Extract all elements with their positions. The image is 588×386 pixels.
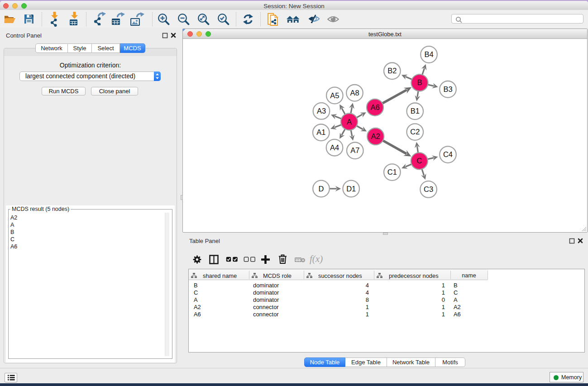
svg-text:A8: A8 xyxy=(350,89,359,97)
svg-text:C1: C1 xyxy=(387,168,397,176)
svg-text:A2: A2 xyxy=(371,132,380,140)
svg-text:B3: B3 xyxy=(443,85,452,93)
svg-text:D: D xyxy=(319,185,324,193)
svg-text:C3: C3 xyxy=(424,185,433,193)
svg-text:B: B xyxy=(417,78,422,86)
svg-text:B1: B1 xyxy=(411,107,420,115)
svg-text:B4: B4 xyxy=(424,50,433,58)
svg-text:A1: A1 xyxy=(316,128,325,136)
svg-text:A7: A7 xyxy=(350,146,359,154)
svg-text:A6: A6 xyxy=(370,103,379,111)
svg-text:A: A xyxy=(347,118,352,126)
svg-text:D1: D1 xyxy=(346,185,356,193)
svg-text:A4: A4 xyxy=(330,143,339,152)
svg-text:C: C xyxy=(416,157,422,165)
svg-text:C4: C4 xyxy=(443,150,453,158)
svg-text:B2: B2 xyxy=(387,67,397,75)
svg-text:A3: A3 xyxy=(317,107,326,115)
svg-text:A5: A5 xyxy=(330,91,339,100)
svg-text:C2: C2 xyxy=(410,128,420,136)
